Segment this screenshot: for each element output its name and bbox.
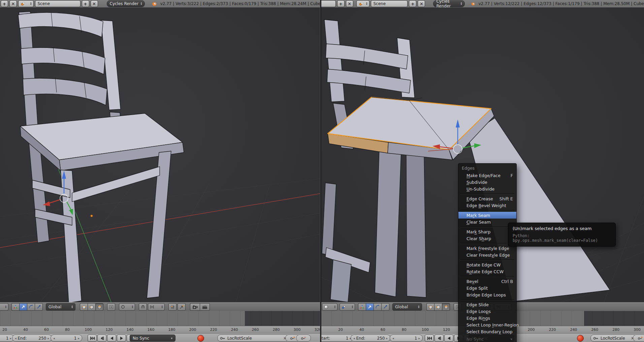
screen-add-button[interactable]: +	[337, 0, 345, 7]
vertex-select-button[interactable]	[80, 303, 88, 311]
frame-end-field[interactable]: ◂ End: 250 ▸	[12, 335, 52, 342]
current-frame-field[interactable]: ◂ 1 ▸	[390, 335, 423, 342]
menu-item-edge-slide[interactable]: Edge Slide	[458, 301, 516, 308]
play-button[interactable]	[117, 335, 126, 342]
manipulator-scale-button[interactable]	[381, 303, 389, 311]
frame-end-field[interactable]: ◂ End: 250 ▸	[351, 335, 390, 342]
menu-item-bridge-edge-loops[interactable]: Bridge Edge Loops	[458, 291, 516, 298]
menu-item-edge-loops[interactable]: Edge Loops	[458, 308, 516, 315]
prev-keyframe-button[interactable]	[97, 335, 106, 342]
keying-set-field[interactable]: LocRotScale ✕	[590, 335, 637, 342]
menu-item-mark-freestyle-edge[interactable]: Mark Freestyle Edge	[458, 245, 516, 252]
menu-item-select-boundary-loop[interactable]: Select Boundary Loop	[458, 328, 516, 335]
stepper-right-icon[interactable]: ▸	[47, 337, 49, 340]
menu-item-rotate-edge-ccw[interactable]: Rotate Edge CCW	[458, 268, 516, 275]
manipulator-rotate-button[interactable]	[374, 303, 381, 311]
scene-add-button[interactable]: +	[409, 0, 416, 7]
scene-browse-dropdown[interactable]: ▴▾	[18, 0, 34, 7]
menu-item-edge-crease[interactable]: Edge CreaseShift E	[458, 195, 516, 202]
menu-item-un-subdivide[interactable]: Un-Subdivide	[458, 186, 516, 192]
stepper-right-icon[interactable]: ▸	[386, 337, 388, 340]
current-frame-field[interactable]: ◂ 1 ▸	[51, 335, 82, 342]
face-select-button[interactable]	[442, 303, 450, 311]
stepper-right-icon[interactable]: ▸	[78, 337, 79, 340]
menu-item-make-edge-face[interactable]: Make Edge/FaceF	[458, 172, 516, 179]
viewport-shading-dropdown[interactable]: ▴▾	[322, 303, 337, 311]
render-engine-dropdown[interactable]: Cycles Render ▴▾	[433, 0, 465, 7]
screen-delete-button[interactable]: ✕	[9, 0, 17, 7]
timeline-track-left[interactable]	[0, 311, 320, 326]
edge-select-button[interactable]	[434, 303, 442, 311]
ruler-tick: 120	[106, 327, 113, 332]
auto-keyframe-record-button[interactable]	[577, 335, 584, 342]
stepper-left-icon[interactable]: ◂	[353, 337, 355, 340]
render-engine-dropdown[interactable]: Cycles Render ▴▾	[107, 0, 145, 7]
scene-delete-button[interactable]: ✕	[418, 0, 425, 7]
manipulator-buttons	[358, 303, 389, 311]
manipulator-axes-button[interactable]	[358, 303, 366, 311]
timeline-ruler-left[interactable]: 2040608010012014016018020022024026028030…	[0, 326, 320, 334]
edge-select-icon	[436, 305, 441, 309]
manipulator-scale-button[interactable]	[35, 303, 43, 311]
menu-item-edge-split[interactable]: Edge Split	[458, 285, 516, 291]
scene-add-button[interactable]: +	[82, 0, 89, 7]
scene-name-field[interactable]: Scene	[371, 0, 408, 7]
scene-icon	[21, 1, 26, 6]
opengl-render-button[interactable]	[190, 303, 200, 311]
menu-item-clear-freestyle-edge[interactable]: Clear Freestyle Edge	[458, 252, 516, 258]
jump-to-start-button[interactable]	[88, 335, 97, 342]
manipulator-translate-button[interactable]	[19, 303, 27, 311]
menu-item-edge-bevel-weight[interactable]: Edge Bevel Weight	[458, 202, 516, 209]
transform-orientation-dropdown[interactable]: Global ▴▾	[46, 303, 75, 311]
stepper-left-icon[interactable]: ◂	[15, 337, 17, 340]
stepper-right-icon[interactable]: ▸	[10, 337, 11, 340]
snap-element-dropdown[interactable]: ▴▾	[148, 303, 165, 311]
viewport-3d-left[interactable]	[0, 7, 320, 302]
ruler-tick: 220	[549, 327, 556, 332]
scene-name-field[interactable]: Scene	[35, 0, 80, 7]
face-select-button[interactable]	[95, 303, 103, 311]
screen-delete-button[interactable]: ✕	[346, 0, 353, 7]
window-divider[interactable]	[320, 0, 321, 342]
proportional-edit-dropdown[interactable]: ▴▾	[119, 303, 135, 311]
delete-keyframe-button[interactable]	[296, 335, 311, 342]
play-reverse-button[interactable]	[107, 335, 116, 342]
stepper-right-icon[interactable]: ▸	[418, 337, 420, 340]
screen-add-button[interactable]: +	[1, 0, 8, 7]
jump-to-start-button[interactable]	[425, 335, 434, 342]
manipulator-axes-button[interactable]	[11, 303, 19, 311]
manipulator-translate-button[interactable]	[366, 303, 374, 311]
keying-set-field[interactable]: LocRotScale ✕	[217, 335, 289, 342]
menu-item-select-loop-inner-region[interactable]: Select Loop Inner-Region	[458, 321, 516, 328]
prev-keyframe-button[interactable]	[434, 335, 444, 342]
menu-item-rotate-edge-cw[interactable]: Rotate Edge CW	[458, 261, 516, 268]
menu-item-label: Edge Rings	[466, 316, 490, 321]
insert-keyframe-button[interactable]	[633, 335, 644, 342]
auto-keyframe-record-button[interactable]	[197, 335, 204, 342]
stepper-left-icon[interactable]: ◂	[53, 337, 55, 340]
manipulator-rotate-button[interactable]	[27, 303, 35, 311]
pivot-point-dropdown[interactable]: ▴▾	[340, 303, 355, 311]
screen-layout-field[interactable]	[321, 0, 336, 7]
snap-self-button[interactable]	[178, 303, 186, 311]
scene-delete-button[interactable]: ✕	[91, 0, 98, 7]
stepper-left-icon[interactable]: ◂	[392, 337, 394, 340]
scene-browse-dropdown[interactable]: ▴▾	[356, 0, 370, 7]
snap-toggle-button[interactable]	[139, 303, 147, 311]
transform-orientation-dropdown[interactable]: Global ▴▾	[392, 303, 422, 311]
pivot-dropdown-clipped[interactable]: ▴▾	[0, 303, 8, 311]
menu-item-subdivide[interactable]: Subdivide	[458, 179, 516, 186]
edge-select-button[interactable]	[88, 303, 95, 311]
absolute-grid-snap-button[interactable]	[168, 303, 176, 311]
menu-item-bevel[interactable]: BevelCtrl B	[458, 278, 516, 285]
opengl-render-animation-button[interactable]	[200, 303, 210, 311]
menu-item-mark-seam[interactable]: Mark Seam	[458, 212, 516, 219]
play-reverse-button[interactable]	[444, 335, 453, 342]
clapperboard-icon	[202, 305, 208, 309]
menu-item-edge-rings[interactable]: Edge Rings	[458, 315, 516, 321]
frame-start-field[interactable]: Start: 1 ▸	[321, 335, 354, 342]
occlude-geometry-button[interactable]	[107, 303, 115, 311]
vertex-select-button[interactable]	[426, 303, 434, 311]
sync-mode-dropdown[interactable]: No Sync ▾	[130, 335, 175, 342]
dropdown-arrows-icon: ▴▾	[161, 305, 163, 309]
